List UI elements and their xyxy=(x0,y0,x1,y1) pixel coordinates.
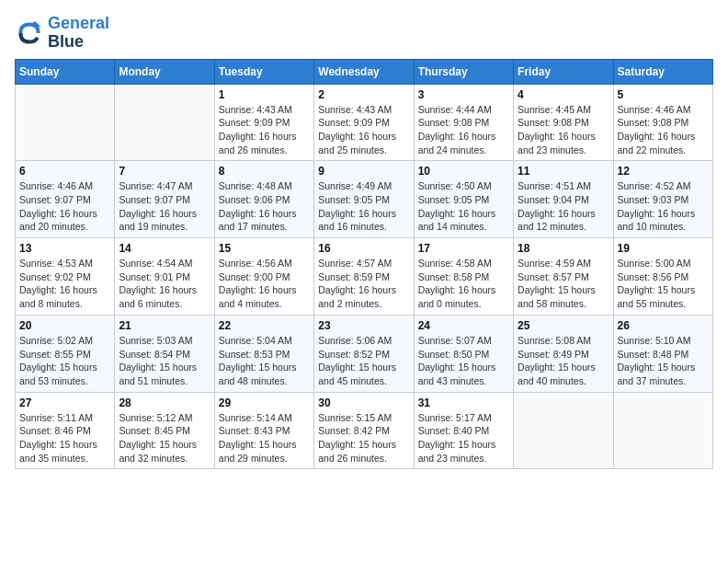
day-number: 31 xyxy=(418,396,509,409)
calendar-day-cell: 18Sunrise: 4:59 AM Sunset: 8:57 PM Dayli… xyxy=(514,238,613,316)
calendar-week-row: 6Sunrise: 4:46 AM Sunset: 9:07 PM Daylig… xyxy=(16,161,713,238)
day-number: 11 xyxy=(518,165,609,178)
day-number: 2 xyxy=(318,88,409,101)
day-info: Sunrise: 4:43 AM Sunset: 9:09 PM Dayligh… xyxy=(318,103,409,157)
day-number: 13 xyxy=(19,242,110,255)
logo: GeneralBlue xyxy=(15,15,109,52)
weekday-header-cell: Thursday xyxy=(414,59,513,84)
weekday-header-cell: Monday xyxy=(115,59,214,84)
calendar-day-cell: 5Sunrise: 4:46 AM Sunset: 9:08 PM Daylig… xyxy=(613,84,712,161)
day-info: Sunrise: 4:46 AM Sunset: 9:07 PM Dayligh… xyxy=(19,179,110,234)
calendar-day-cell: 13Sunrise: 4:53 AM Sunset: 9:02 PM Dayli… xyxy=(16,238,115,316)
weekday-header-cell: Saturday xyxy=(613,59,712,84)
calendar-day-cell: 12Sunrise: 4:52 AM Sunset: 9:03 PM Dayli… xyxy=(613,161,712,238)
day-info: Sunrise: 4:59 AM Sunset: 8:57 PM Dayligh… xyxy=(518,257,609,311)
day-info: Sunrise: 4:50 AM Sunset: 9:05 PM Dayligh… xyxy=(418,179,509,234)
calendar-day-cell: 29Sunrise: 5:14 AM Sunset: 8:43 PM Dayli… xyxy=(214,392,313,469)
day-number: 5 xyxy=(618,88,709,101)
calendar-day-cell: 21Sunrise: 5:03 AM Sunset: 8:54 PM Dayli… xyxy=(115,315,214,392)
day-number: 19 xyxy=(618,242,709,255)
day-number: 1 xyxy=(219,88,310,101)
calendar-week-row: 27Sunrise: 5:11 AM Sunset: 8:46 PM Dayli… xyxy=(16,392,713,469)
calendar-day-cell: 11Sunrise: 4:51 AM Sunset: 9:04 PM Dayli… xyxy=(514,161,613,238)
calendar-day-cell: 8Sunrise: 4:48 AM Sunset: 9:06 PM Daylig… xyxy=(214,161,313,238)
day-info: Sunrise: 4:52 AM Sunset: 9:03 PM Dayligh… xyxy=(618,179,709,234)
day-info: Sunrise: 4:58 AM Sunset: 8:58 PM Dayligh… xyxy=(418,257,509,311)
day-number: 16 xyxy=(318,242,409,255)
day-info: Sunrise: 4:44 AM Sunset: 9:08 PM Dayligh… xyxy=(418,103,509,157)
day-info: Sunrise: 4:48 AM Sunset: 9:06 PM Dayligh… xyxy=(219,179,310,234)
weekday-header-row: SundayMondayTuesdayWednesdayThursdayFrid… xyxy=(16,59,713,84)
day-info: Sunrise: 5:14 AM Sunset: 8:43 PM Dayligh… xyxy=(219,411,310,465)
weekday-header-cell: Sunday xyxy=(16,59,115,84)
day-info: Sunrise: 5:04 AM Sunset: 8:53 PM Dayligh… xyxy=(219,334,310,388)
day-info: Sunrise: 5:11 AM Sunset: 8:46 PM Dayligh… xyxy=(19,411,110,465)
day-info: Sunrise: 4:46 AM Sunset: 9:08 PM Dayligh… xyxy=(618,103,709,157)
day-info: Sunrise: 5:00 AM Sunset: 8:56 PM Dayligh… xyxy=(618,257,709,311)
day-number: 21 xyxy=(119,319,210,332)
calendar-day-cell: 15Sunrise: 4:56 AM Sunset: 9:00 PM Dayli… xyxy=(214,238,313,316)
day-number: 14 xyxy=(119,242,210,255)
calendar-day-cell: 27Sunrise: 5:11 AM Sunset: 8:46 PM Dayli… xyxy=(16,392,115,469)
day-info: Sunrise: 5:08 AM Sunset: 8:49 PM Dayligh… xyxy=(518,334,609,388)
day-number: 20 xyxy=(19,319,110,332)
day-info: Sunrise: 4:56 AM Sunset: 9:00 PM Dayligh… xyxy=(219,257,310,311)
day-number: 26 xyxy=(618,319,709,332)
weekday-header-cell: Wednesday xyxy=(314,59,414,84)
calendar-day-cell: 7Sunrise: 4:47 AM Sunset: 9:07 PM Daylig… xyxy=(115,161,214,238)
day-info: Sunrise: 4:45 AM Sunset: 9:08 PM Dayligh… xyxy=(518,103,609,157)
calendar-day-cell: 25Sunrise: 5:08 AM Sunset: 8:49 PM Dayli… xyxy=(514,315,613,392)
day-number: 28 xyxy=(119,396,210,409)
day-info: Sunrise: 5:12 AM Sunset: 8:45 PM Dayligh… xyxy=(119,411,210,465)
calendar-day-cell: 9Sunrise: 4:49 AM Sunset: 9:05 PM Daylig… xyxy=(314,161,414,238)
day-number: 18 xyxy=(518,242,609,255)
day-number: 24 xyxy=(418,319,509,332)
calendar-week-row: 13Sunrise: 4:53 AM Sunset: 9:02 PM Dayli… xyxy=(16,238,713,316)
weekday-header-cell: Tuesday xyxy=(214,59,313,84)
logo-icon xyxy=(15,18,44,48)
day-info: Sunrise: 5:07 AM Sunset: 8:50 PM Dayligh… xyxy=(418,334,509,388)
calendar-day-cell: 30Sunrise: 5:15 AM Sunset: 8:42 PM Dayli… xyxy=(314,392,414,469)
calendar-day-cell: 19Sunrise: 5:00 AM Sunset: 8:56 PM Dayli… xyxy=(613,238,712,316)
day-number: 30 xyxy=(318,396,409,409)
calendar-day-cell: 24Sunrise: 5:07 AM Sunset: 8:50 PM Dayli… xyxy=(414,315,513,392)
calendar-day-cell: 4Sunrise: 4:45 AM Sunset: 9:08 PM Daylig… xyxy=(514,84,613,161)
day-info: Sunrise: 4:57 AM Sunset: 8:59 PM Dayligh… xyxy=(318,257,409,311)
calendar-day-cell: 22Sunrise: 5:04 AM Sunset: 8:53 PM Dayli… xyxy=(214,315,313,392)
day-info: Sunrise: 4:54 AM Sunset: 9:01 PM Dayligh… xyxy=(119,257,210,311)
day-number: 9 xyxy=(318,165,409,178)
day-number: 27 xyxy=(19,396,110,409)
day-number: 3 xyxy=(418,88,509,101)
calendar-day-cell: 14Sunrise: 4:54 AM Sunset: 9:01 PM Dayli… xyxy=(115,238,214,316)
day-info: Sunrise: 5:03 AM Sunset: 8:54 PM Dayligh… xyxy=(119,334,210,388)
day-number: 15 xyxy=(219,242,310,255)
day-number: 4 xyxy=(518,88,609,101)
calendar-day-cell: 31Sunrise: 5:17 AM Sunset: 8:40 PM Dayli… xyxy=(414,392,513,469)
calendar-week-row: 20Sunrise: 5:02 AM Sunset: 8:55 PM Dayli… xyxy=(16,315,713,392)
day-info: Sunrise: 5:17 AM Sunset: 8:40 PM Dayligh… xyxy=(418,411,509,465)
day-info: Sunrise: 4:51 AM Sunset: 9:04 PM Dayligh… xyxy=(518,179,609,234)
day-info: Sunrise: 5:06 AM Sunset: 8:52 PM Dayligh… xyxy=(318,334,409,388)
day-number: 12 xyxy=(618,165,709,178)
day-info: Sunrise: 4:47 AM Sunset: 9:07 PM Dayligh… xyxy=(119,179,210,234)
day-info: Sunrise: 4:49 AM Sunset: 9:05 PM Dayligh… xyxy=(318,179,409,234)
day-info: Sunrise: 5:02 AM Sunset: 8:55 PM Dayligh… xyxy=(19,334,110,388)
calendar-day-cell xyxy=(514,392,613,469)
calendar-day-cell: 28Sunrise: 5:12 AM Sunset: 8:45 PM Dayli… xyxy=(115,392,214,469)
calendar-week-row: 1Sunrise: 4:43 AM Sunset: 9:09 PM Daylig… xyxy=(16,84,713,161)
day-number: 7 xyxy=(119,165,210,178)
calendar-day-cell: 3Sunrise: 4:44 AM Sunset: 9:08 PM Daylig… xyxy=(414,84,513,161)
calendar-day-cell: 1Sunrise: 4:43 AM Sunset: 9:09 PM Daylig… xyxy=(214,84,313,161)
day-info: Sunrise: 4:53 AM Sunset: 9:02 PM Dayligh… xyxy=(19,257,110,311)
day-number: 10 xyxy=(418,165,509,178)
calendar-day-cell: 2Sunrise: 4:43 AM Sunset: 9:09 PM Daylig… xyxy=(314,84,414,161)
calendar-day-cell: 23Sunrise: 5:06 AM Sunset: 8:52 PM Dayli… xyxy=(314,315,414,392)
calendar-day-cell: 20Sunrise: 5:02 AM Sunset: 8:55 PM Dayli… xyxy=(16,315,115,392)
page-header: GeneralBlue xyxy=(15,15,713,52)
calendar-day-cell xyxy=(613,392,712,469)
day-number: 6 xyxy=(19,165,110,178)
day-info: Sunrise: 5:15 AM Sunset: 8:42 PM Dayligh… xyxy=(318,411,409,465)
calendar-day-cell xyxy=(16,84,115,161)
day-number: 29 xyxy=(219,396,310,409)
day-number: 8 xyxy=(219,165,310,178)
